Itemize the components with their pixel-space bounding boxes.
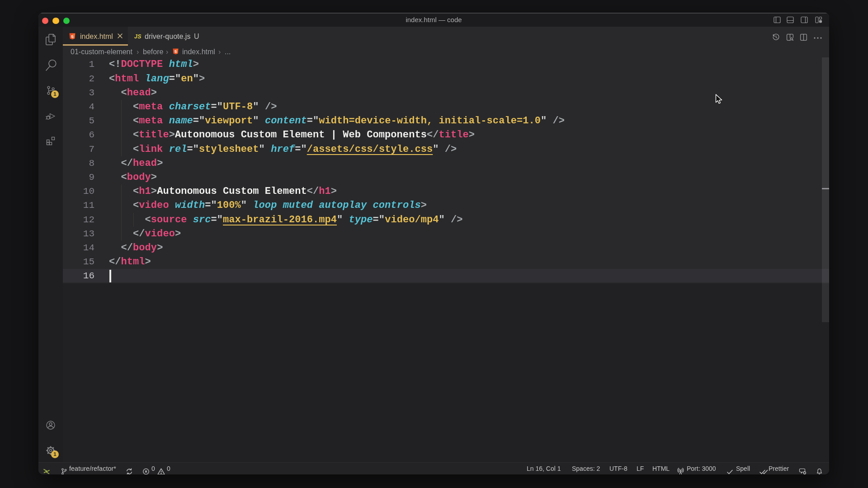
svg-text:5: 5 [71, 33, 74, 38]
svg-text:5: 5 [175, 49, 177, 54]
